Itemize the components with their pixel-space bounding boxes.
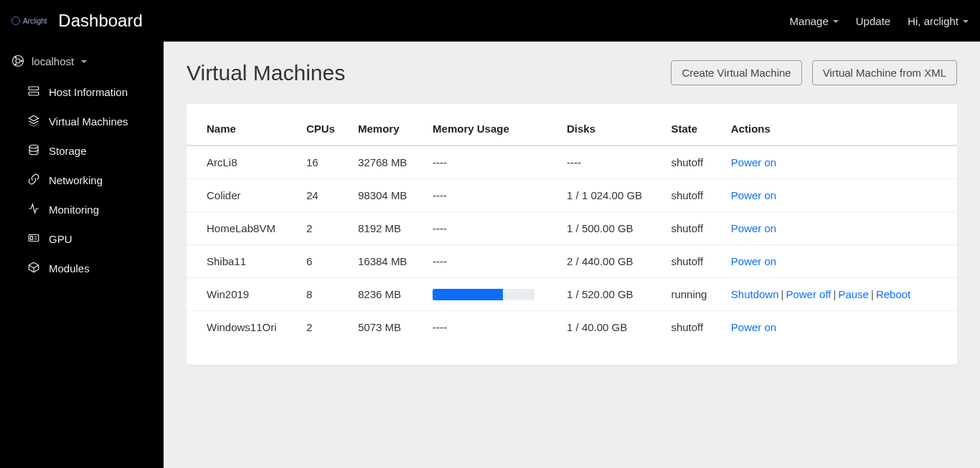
vm-state: running bbox=[662, 278, 722, 311]
create-vm-button[interactable]: Create Virtual Machine bbox=[671, 60, 801, 85]
update-link[interactable]: Update bbox=[856, 15, 890, 27]
topbar: Arclight Dashboard Manage Update Hi, arc… bbox=[0, 0, 980, 42]
vm-memory: 32768 MB bbox=[349, 145, 424, 179]
sidebar-item-host-information[interactable]: Host Information bbox=[0, 77, 164, 107]
vm-name: Win2019 bbox=[187, 278, 298, 311]
nav-label: Storage bbox=[49, 145, 87, 157]
svg-point-8 bbox=[31, 93, 32, 94]
user-menu[interactable]: Hi, arclight bbox=[908, 15, 969, 27]
vm-actions: Shutdown|Power off|Pause|Reboot bbox=[722, 278, 957, 311]
user-label: Hi, arclight bbox=[908, 15, 958, 27]
main-actions: Create Virtual Machine Virtual Machine f… bbox=[671, 60, 957, 85]
vm-actions: Power on bbox=[722, 311, 957, 344]
svg-rect-5 bbox=[29, 87, 39, 90]
col-name: Name bbox=[187, 113, 298, 145]
manage-label: Manage bbox=[790, 15, 829, 27]
sidebar-item-modules[interactable]: Modules bbox=[0, 254, 164, 283]
vm-actions: Power on bbox=[722, 212, 957, 245]
chevron-down-icon bbox=[833, 20, 839, 23]
action-power-on[interactable]: Power on bbox=[731, 156, 776, 168]
action-reboot[interactable]: Reboot bbox=[876, 288, 910, 300]
col-memory: Memory bbox=[349, 113, 424, 145]
vm-table-card: NameCPUsMemoryMemory UsageDisksStateActi… bbox=[187, 104, 957, 365]
action-power-on[interactable]: Power on bbox=[731, 222, 776, 234]
action-pause[interactable]: Pause bbox=[838, 288, 869, 300]
table-row: Win201988236 MB1 / 520.00 GBrunningShutd… bbox=[187, 278, 957, 311]
vm-actions: Power on bbox=[722, 245, 957, 278]
vm-memory: 5073 MB bbox=[349, 311, 424, 344]
svg-point-1 bbox=[16, 59, 20, 63]
nav-icon bbox=[27, 114, 40, 129]
table-row: Windows11Ori25073 MB----1 / 40.00 GBshut… bbox=[187, 311, 957, 344]
sidebar-item-virtual-machines[interactable]: Virtual Machines bbox=[0, 107, 164, 136]
brand-logo: Arclight bbox=[11, 16, 47, 25]
sidebar-item-monitoring[interactable]: Monitoring bbox=[0, 195, 164, 224]
action-power-on[interactable]: Power on bbox=[731, 321, 776, 333]
vm-memory-usage: ---- bbox=[424, 179, 558, 212]
main-header: Virtual Machines Create Virtual Machine … bbox=[187, 60, 957, 85]
vm-name: ArcLi8 bbox=[187, 145, 298, 179]
main-content: Virtual Machines Create Virtual Machine … bbox=[164, 42, 980, 468]
table-row: Shiba11616384 MB----2 / 440.00 GBshutoff… bbox=[187, 245, 957, 278]
sidebar-item-networking[interactable]: Networking bbox=[0, 166, 164, 195]
vm-from-xml-button[interactable]: Virtual Machine from XML bbox=[812, 60, 957, 85]
progress-bar bbox=[433, 289, 534, 300]
host-selector[interactable]: localhost bbox=[0, 50, 164, 77]
table-row: HomeLab8VM28192 MB----1 / 500.00 GBshuto… bbox=[187, 212, 957, 245]
vm-disks: 1 / 520.00 GB bbox=[558, 278, 662, 311]
vm-memory: 8192 MB bbox=[349, 212, 424, 245]
table-row: ArcLi81632768 MB--------shutoffPower on bbox=[187, 145, 957, 179]
svg-point-9 bbox=[29, 145, 38, 148]
svg-point-7 bbox=[31, 88, 32, 89]
nav-icon bbox=[27, 261, 40, 276]
nav-label: Host Information bbox=[49, 86, 128, 98]
topnav: Manage Update Hi, arclight bbox=[790, 15, 969, 27]
vm-disks: 2 / 440.00 GB bbox=[558, 245, 662, 278]
sidebar-item-storage[interactable]: Storage bbox=[0, 136, 164, 166]
col-actions: Actions bbox=[722, 113, 957, 145]
nav-label: Virtual Machines bbox=[49, 115, 128, 128]
vm-name: Shiba11 bbox=[187, 245, 298, 278]
manage-menu[interactable]: Manage bbox=[790, 15, 839, 27]
nav-label: Monitoring bbox=[49, 204, 99, 216]
vm-cpus: 8 bbox=[298, 278, 349, 311]
col-memory-usage: Memory Usage bbox=[424, 113, 558, 145]
ubuntu-icon bbox=[11, 54, 24, 67]
vm-name: Windows11Ori bbox=[187, 311, 298, 344]
svg-point-3 bbox=[15, 57, 17, 59]
vm-disks: 1 / 1 024.00 GB bbox=[558, 179, 662, 212]
vm-cpus: 2 bbox=[298, 212, 349, 245]
nav-icon bbox=[27, 143, 40, 158]
host-label: localhost bbox=[32, 55, 74, 67]
sidebar-item-gpu[interactable]: GPU bbox=[0, 224, 164, 254]
action-power-on[interactable]: Power on bbox=[731, 255, 776, 267]
main-title: Virtual Machines bbox=[187, 61, 345, 85]
col-cpus: CPUs bbox=[298, 113, 349, 145]
update-label: Update bbox=[856, 15, 890, 27]
vm-cpus: 6 bbox=[298, 245, 349, 278]
vm-memory-usage: ---- bbox=[424, 212, 558, 245]
vm-cpus: 2 bbox=[298, 311, 349, 344]
nav-icon bbox=[27, 202, 40, 217]
vm-disks: 1 / 40.00 GB bbox=[558, 311, 662, 344]
chevron-down-icon bbox=[81, 60, 87, 63]
nav-icon bbox=[27, 85, 40, 100]
nav-label: Networking bbox=[49, 174, 103, 186]
nav-label: Modules bbox=[49, 262, 90, 274]
vm-memory-usage: ---- bbox=[424, 245, 558, 278]
vm-state: shutoff bbox=[662, 311, 722, 344]
vm-disks: ---- bbox=[558, 145, 662, 179]
vm-name: Colider bbox=[187, 179, 298, 212]
vm-cpus: 24 bbox=[298, 179, 349, 212]
action-shutdown[interactable]: Shutdown bbox=[731, 288, 779, 300]
col-disks: Disks bbox=[558, 113, 662, 145]
vm-state: shutoff bbox=[662, 145, 722, 179]
action-power-on[interactable]: Power on bbox=[731, 189, 776, 201]
vm-state: shutoff bbox=[662, 212, 722, 245]
vm-memory: 8236 MB bbox=[349, 278, 424, 311]
chevron-down-icon bbox=[963, 20, 969, 23]
vm-memory: 16384 MB bbox=[349, 245, 424, 278]
action-power-off[interactable]: Power off bbox=[786, 288, 831, 300]
svg-rect-6 bbox=[29, 92, 39, 96]
svg-point-4 bbox=[15, 64, 17, 66]
